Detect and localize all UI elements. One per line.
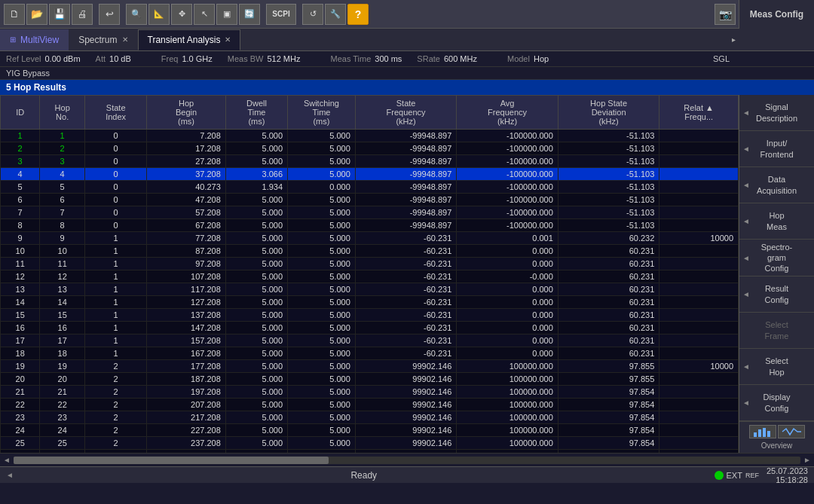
table-cell: 5.000 [288,258,356,270]
table-row[interactable]: 23232217.2085.0005.00099902.146100000.00… [1,411,739,424]
sidebar-data-acquisition[interactable]: ◄ DataAcquisition [739,167,814,203]
table-cell [659,399,739,411]
tab-multiview[interactable]: ⊞ MultiView [0,29,69,50]
replay-btn[interactable]: ↺ [302,4,323,25]
wave-icon [781,426,802,437]
new-btn[interactable]: 🗋 [4,4,25,25]
table-row[interactable]: 21212197.2085.0005.00099902.146100000.00… [1,386,739,399]
table-row[interactable]: 18181167.2085.0005.000-60.2310.00060.231 [1,347,739,360]
table-row[interactable]: 26262247.2085.0005.00099902.146100000.00… [1,450,739,454]
table-row[interactable]: 88067.2085.0005.000-99948.897-100000.000… [1,219,739,232]
ext-label: EXT [727,471,742,480]
table-cell: 23 [40,411,85,424]
table-row[interactable]: 1107.2085.0005.000-99948.897-100000.000-… [1,130,739,142]
sidebar-display-config[interactable]: ◄ DisplayConfig [739,385,814,421]
table-cell: 100000.000 [457,360,558,373]
table-row[interactable]: 16161147.2085.0005.000-60.2310.00060.231 [1,322,739,334]
table-cell [659,283,739,296]
table-row[interactable]: 44037.2083.0665.000-99948.897-100000.000… [1,168,739,181]
table-cell: 5.000 [225,206,287,219]
status-ext: EXT REF [715,471,759,480]
status-scroll-left[interactable]: ◄ [6,471,14,479]
table-cell: 2 [85,437,147,450]
measure-btn[interactable]: 📐 [148,4,170,25]
table-cell: -60.231 [355,296,457,309]
overview-icon-2[interactable] [778,425,805,438]
refresh-btn[interactable]: 🔄 [239,4,260,25]
help-icon-btn[interactable]: 🔧 [325,4,346,25]
table-row[interactable]: 12121107.2085.0005.000-60.231-0.00060.23… [1,270,739,283]
scrollbar-track[interactable] [14,457,800,464]
table-row[interactable]: 13131117.2085.0005.000-60.2310.00060.231 [1,283,739,296]
table-cell: 5.000 [288,334,356,347]
table-row[interactable]: 24242227.2085.0005.00099902.146100000.00… [1,424,739,437]
tab-spectrum-close[interactable]: ✕ [122,35,128,44]
sidebar-signal-description[interactable]: ◄ SignalDescription [739,95,814,131]
sidebar-select-hop[interactable]: ◄ SelectHop [739,349,814,385]
table-cell: 0.000 [288,181,356,194]
table-cell: 24 [1,424,40,437]
table-cell: 5.000 [225,334,287,347]
undo-btn[interactable]: ↩ [99,4,120,25]
print-btn[interactable]: 🖨 [72,4,93,25]
scroll-left-btn[interactable]: ◄ [3,456,11,464]
table-row[interactable]: 1111197.2085.0005.000-60.2310.00060.231 [1,258,739,270]
sidebar-arrow-icon-6: ◄ [742,290,750,298]
table-body: 1107.2085.0005.000-99948.897-100000.000-… [1,130,739,454]
table-cell [659,373,739,386]
table-row[interactable]: 22222207.2085.0005.00099902.146100000.00… [1,399,739,411]
table-cell: 0 [85,168,147,181]
table-row[interactable]: 99177.2085.0005.000-60.2310.00160.232100… [1,232,739,245]
overview-btn[interactable]: Overview [761,441,793,450]
tab-arrow[interactable]: ▸ [732,35,736,44]
freq-label: Freq [161,54,179,63]
open-btn[interactable]: 📂 [26,4,47,25]
scroll-right-btn[interactable]: ► [803,456,811,464]
move-btn[interactable]: ✥ [171,4,192,25]
table-cell: 7 [1,206,40,219]
table-row[interactable]: 19192177.2085.0005.00099902.146100000.00… [1,360,739,373]
table-cell: 217.208 [147,411,226,424]
table-cell [659,296,739,309]
table-cell: 14 [1,296,40,309]
table-cell: 99902.146 [355,450,457,454]
table-row[interactable]: 17171157.2085.0005.000-60.2310.00060.231 [1,334,739,347]
table-row[interactable]: 33027.2085.0005.000-99948.897-100000.000… [1,155,739,168]
scrollbar-thumb[interactable] [14,457,329,464]
table-row[interactable]: 25252237.2085.0005.00099902.146100000.00… [1,437,739,450]
scpi-btn[interactable]: SCPI [266,4,296,25]
zoom-btn[interactable]: 🔍 [126,4,147,25]
cursor-btn[interactable]: ↖ [194,4,215,25]
table-cell: 20 [40,373,85,386]
table-cell: 11 [40,258,85,270]
help-btn[interactable]: ? [347,4,369,25]
table-cell [659,245,739,258]
table-row[interactable]: 55040.2731.9340.000-99948.897-100000.000… [1,181,739,194]
window-btn[interactable]: ▣ [216,4,237,25]
table-row[interactable]: 14141127.2085.0005.000-60.2310.00060.231 [1,296,739,309]
table-cell: -99948.897 [355,168,457,181]
table-row[interactable]: 77057.2085.0005.000-99948.897-100000.000… [1,206,739,219]
camera-btn[interactable]: 📷 [715,4,736,25]
tab-transient[interactable]: Transient Analysis ✕ [138,29,241,50]
table-row[interactable]: 22017.2085.0005.000-99948.897-100000.000… [1,142,739,155]
tab-spectrum[interactable]: Spectrum ✕ [69,29,137,50]
sidebar-result-config[interactable]: ◄ ResultConfig [739,276,814,313]
sidebar-spectrogram-config[interactable]: ◄ Spectro-gramConfig [739,240,814,276]
save-btn[interactable]: 💾 [49,4,70,25]
sgl-badge: SGL [713,54,730,63]
table-cell: 5.000 [288,155,356,168]
table-row[interactable]: 20202187.2085.0005.00099902.146100000.00… [1,373,739,386]
table-cell: 57.208 [147,206,226,219]
table-row[interactable]: 1010187.2085.0005.000-60.2310.00060.231 [1,245,739,258]
table-cell: 97.854 [558,399,659,411]
table-row[interactable]: 66047.2085.0005.000-99948.897-100000.000… [1,194,739,206]
table-row[interactable]: 15151137.2085.0005.000-60.2310.00060.231 [1,309,739,322]
overview-icon-1[interactable] [749,425,776,438]
table-cell: 47.208 [147,194,226,206]
table-cell: 227.208 [147,424,226,437]
tab-transient-close[interactable]: ✕ [225,35,231,44]
sidebar-hop-meas[interactable]: ◄ HopMeas [739,203,814,240]
table-container[interactable]: ID HopNo. StateIndex HopBegin(ms) DwellT… [0,95,739,453]
sidebar-input-frontend[interactable]: ◄ Input/Frontend [739,131,814,167]
